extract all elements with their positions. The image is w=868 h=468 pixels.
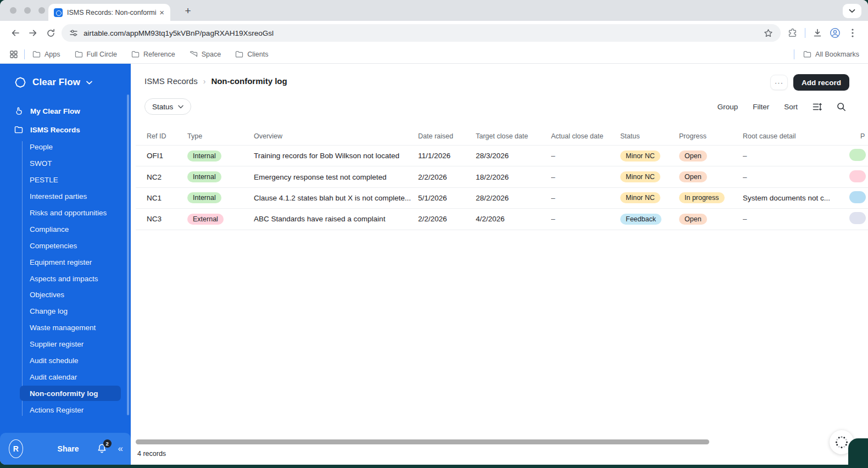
- sidebar-item-audit-schedule[interactable]: Audit schedule: [0, 353, 131, 369]
- sidebar-item-aspects-and-impacts[interactable]: Aspects and impacts: [0, 270, 131, 287]
- new-tab-button[interactable]: +: [180, 3, 196, 19]
- cell-date-raised[interactable]: 11/1/2026: [418, 152, 476, 160]
- bookmark-apps[interactable]: Apps: [32, 51, 60, 58]
- bookmark-space[interactable]: Space: [190, 51, 221, 58]
- browser-tab[interactable]: ISMS Records: Non-conformi ×: [48, 4, 170, 21]
- cell-actual-close-date[interactable]: –: [551, 194, 620, 202]
- status-filter-dropdown[interactable]: Status: [144, 98, 191, 115]
- cell-ref-id[interactable]: OFI1: [147, 152, 187, 160]
- sidebar-item-equipment-register[interactable]: Equipment register: [0, 254, 131, 270]
- sidebar-item-non-conformity-log[interactable]: Non-conformity log: [0, 385, 131, 402]
- more-options-button[interactable]: ···: [770, 75, 788, 90]
- cell-ref-id[interactable]: NC3: [147, 215, 187, 223]
- cell-target-close-date[interactable]: 28/3/2026: [476, 152, 551, 160]
- cell-root-cause-detail[interactable]: System documents not c...: [743, 194, 849, 202]
- cell-target-close-date[interactable]: 18/2/2026: [476, 173, 551, 181]
- cell-progress[interactable]: Open: [679, 214, 743, 225]
- horizontal-scrollbar[interactable]: [136, 439, 709, 444]
- column-header-truncated[interactable]: P: [849, 132, 868, 140]
- cell-date-raised[interactable]: 2/2/2026: [418, 215, 476, 223]
- sidebar-item-audit-calendar[interactable]: Audit calendar: [0, 369, 131, 385]
- traffic-light-zoom[interactable]: [38, 7, 45, 14]
- address-bar[interactable]: airtable.com/appMM93tq1y5kVBnP/pagRXAH19…: [62, 24, 781, 42]
- column-header-root-cause-detail[interactable]: Root cause detail: [743, 132, 849, 140]
- forward-button[interactable]: [24, 24, 42, 42]
- sidebar-item-pestle[interactable]: PESTLE: [0, 172, 131, 188]
- table-row[interactable]: OFI1 Internal Training records for Bob W…: [136, 146, 868, 166]
- cell-truncated[interactable]: [849, 212, 868, 226]
- column-header-progress[interactable]: Progress: [679, 132, 743, 140]
- collapse-sidebar-button[interactable]: «: [118, 443, 122, 454]
- cell-overview[interactable]: ABC Standards have raised a complaint: [254, 215, 418, 223]
- cell-progress[interactable]: Open: [679, 171, 743, 182]
- sidebar-item-compliance[interactable]: Compliance: [0, 221, 131, 237]
- tab-search-button[interactable]: [843, 4, 861, 18]
- sidebar-item-competencies[interactable]: Competencies: [0, 237, 131, 254]
- traffic-light-minimize[interactable]: [24, 7, 31, 14]
- cell-type[interactable]: Internal: [187, 151, 254, 161]
- reload-button[interactable]: [42, 24, 59, 42]
- filter-button[interactable]: Filter: [753, 103, 769, 111]
- cell-date-raised[interactable]: 5/1/2026: [418, 194, 476, 202]
- sidebar-item-my-clear-flow[interactable]: My Clear Flow: [14, 103, 80, 119]
- cell-overview[interactable]: Training records for Bob Wilkson not loc…: [254, 152, 418, 160]
- search-button[interactable]: [837, 102, 846, 112]
- cell-status[interactable]: Feedback: [620, 214, 679, 225]
- table-row[interactable]: NC2 Internal Emergency response test not…: [136, 166, 868, 187]
- cell-root-cause-detail[interactable]: –: [743, 173, 849, 181]
- sidebar-item-isms-records[interactable]: ISMS Records: [14, 121, 80, 138]
- site-settings-icon[interactable]: [69, 29, 78, 37]
- back-button[interactable]: [7, 24, 24, 42]
- cell-actual-close-date[interactable]: –: [551, 152, 620, 160]
- sidebar-item-supplier-register[interactable]: Supplier register: [0, 336, 131, 353]
- cell-status[interactable]: Minor NC: [620, 192, 679, 203]
- cell-ref-id[interactable]: NC1: [147, 194, 187, 202]
- column-header-ref-id[interactable]: Ref ID: [147, 132, 187, 140]
- bookmark-star-icon[interactable]: [764, 29, 773, 38]
- extensions-button[interactable]: [784, 24, 802, 42]
- workspace-switcher[interactable]: Clear Flow: [14, 76, 92, 88]
- cell-target-close-date[interactable]: 28/2/2026: [476, 194, 551, 202]
- cell-type[interactable]: Internal: [187, 192, 254, 203]
- profile-button[interactable]: [826, 24, 844, 42]
- cell-actual-close-date[interactable]: –: [551, 215, 620, 223]
- sidebar-item-interested-parties[interactable]: Interested parties: [0, 188, 131, 205]
- sidebar-item-people[interactable]: People: [0, 139, 131, 155]
- cell-progress[interactable]: In progress: [679, 192, 743, 203]
- cell-truncated[interactable]: [849, 149, 868, 163]
- cell-overview[interactable]: Clause 4.1.2 states blah but X is not co…: [254, 194, 418, 202]
- cell-status[interactable]: Minor NC: [620, 151, 679, 161]
- cell-status[interactable]: Minor NC: [620, 171, 679, 182]
- url-text[interactable]: airtable.com/appMM93tq1y5kVBnP/pagRXAH19…: [84, 29, 764, 37]
- column-header-date-raised[interactable]: Date raised: [418, 132, 476, 140]
- cell-truncated[interactable]: [849, 170, 868, 184]
- column-header-target-close-date[interactable]: Target close date: [476, 132, 551, 140]
- cell-type[interactable]: External: [187, 214, 254, 225]
- sidebar-item-waste-management[interactable]: Waste management: [0, 320, 131, 336]
- table-row[interactable]: NC3 External ABC Standards have raised a…: [136, 209, 868, 230]
- cell-ref-id[interactable]: NC2: [147, 173, 187, 181]
- column-header-actual-close-date[interactable]: Actual close date: [551, 132, 620, 140]
- cell-truncated[interactable]: [849, 191, 868, 205]
- cell-type[interactable]: Internal: [187, 171, 254, 182]
- sidebar-scrollbar[interactable]: [127, 94, 129, 415]
- sort-button[interactable]: Sort: [784, 103, 798, 111]
- sidebar-item-swot[interactable]: SWOT: [0, 155, 131, 172]
- column-header-status[interactable]: Status: [620, 132, 679, 140]
- cell-progress[interactable]: Open: [679, 151, 743, 161]
- bookmark-full-circle[interactable]: Full Circle: [75, 51, 118, 58]
- share-button[interactable]: Share: [58, 444, 79, 453]
- tab-close-icon[interactable]: ×: [158, 8, 166, 17]
- browser-menu-button[interactable]: [844, 24, 861, 42]
- group-button[interactable]: Group: [717, 103, 738, 111]
- bookmark-clients[interactable]: Clients: [235, 51, 268, 58]
- traffic-light-close[interactable]: [10, 7, 16, 14]
- avatar[interactable]: R: [9, 439, 23, 458]
- all-bookmarks-button[interactable]: All Bookmarks: [803, 51, 859, 58]
- apps-grid-button[interactable]: [7, 47, 21, 62]
- breadcrumb-parent[interactable]: ISMS Records: [144, 76, 198, 86]
- cell-date-raised[interactable]: 2/2/2026: [418, 173, 476, 181]
- sidebar-item-change-log[interactable]: Change log: [0, 303, 131, 320]
- column-header-type[interactable]: Type: [187, 132, 254, 140]
- cell-root-cause-detail[interactable]: –: [743, 215, 849, 223]
